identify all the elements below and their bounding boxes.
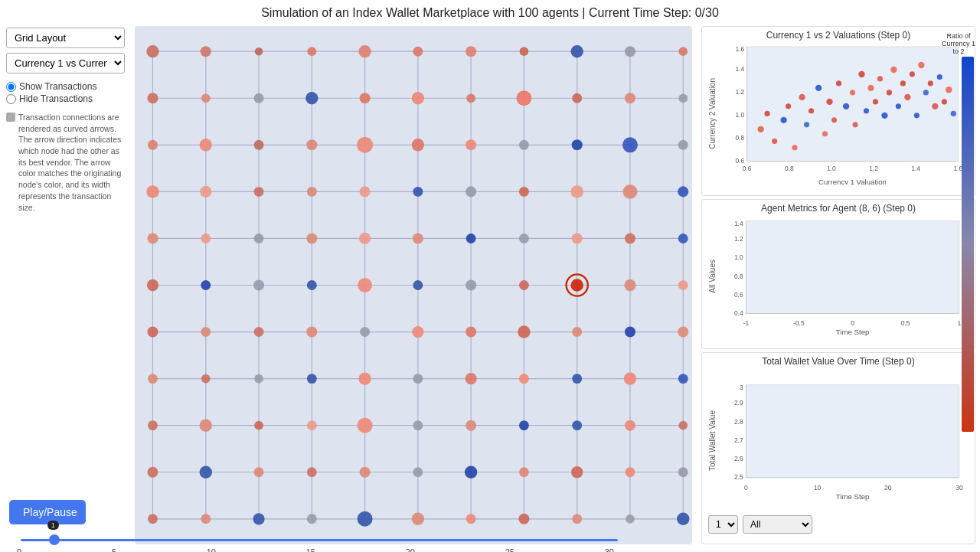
svg-point-101: [201, 374, 211, 384]
svg-point-143: [677, 513, 689, 525]
svg-point-93: [360, 327, 370, 337]
svg-point-48: [357, 137, 373, 153]
svg-point-59: [360, 186, 371, 197]
svg-point-36: [305, 92, 318, 104]
currency-dropdown[interactable]: Currency 1 vs Currency 2 Currency 1 vs C…: [6, 53, 125, 73]
grid-area: [130, 23, 697, 547]
show-transactions-radio[interactable]: Show Transactions: [6, 81, 124, 92]
chart3-dropdowns: 1 2 3 All Currency 1 Currency 2: [708, 515, 969, 534]
svg-point-32: [678, 47, 688, 56]
svg-point-170: [826, 99, 832, 105]
svg-text:1.0: 1.0: [735, 111, 744, 119]
svg-point-88: [678, 280, 688, 290]
svg-point-47: [306, 139, 317, 150]
svg-text:-0.5: -0.5: [793, 319, 805, 327]
svg-text:0.6: 0.6: [743, 165, 752, 172]
svg-point-112: [200, 419, 212, 431]
svg-point-52: [572, 139, 583, 150]
color-gradient: [962, 57, 974, 432]
svg-point-102: [254, 374, 263, 384]
svg-text:2.7: 2.7: [734, 436, 743, 444]
svg-rect-198: [746, 220, 959, 313]
svg-point-66: [147, 233, 158, 243]
svg-point-56: [200, 186, 211, 198]
tick-25: 25: [505, 547, 514, 552]
svg-point-63: [570, 185, 583, 198]
svg-point-115: [358, 418, 373, 433]
info-text-block: Transaction connections are rendered as …: [6, 112, 124, 213]
svg-point-169: [822, 131, 828, 136]
play-pause-button[interactable]: Play/Pause: [9, 500, 86, 524]
svg-point-68: [254, 234, 264, 243]
svg-point-109: [624, 372, 636, 384]
svg-point-106: [466, 373, 477, 384]
svg-point-195: [946, 87, 952, 93]
timeline: 1 0 5 10 15 20 25 30: [13, 534, 610, 552]
hide-transactions-input[interactable]: [6, 94, 16, 104]
svg-point-76: [678, 234, 688, 243]
svg-text:-1: -1: [743, 319, 750, 327]
svg-point-60: [413, 187, 423, 197]
slider-container[interactable]: 1: [13, 534, 610, 547]
hide-transactions-radio[interactable]: Hide Transactions: [6, 93, 124, 104]
info-icon: [6, 113, 15, 122]
svg-point-34: [201, 93, 211, 103]
svg-point-29: [520, 47, 529, 56]
svg-point-69: [306, 233, 317, 243]
svg-point-40: [516, 90, 531, 106]
chart1-title: Currency 1 vs 2 Valuations (Step 0): [708, 30, 969, 41]
svg-point-82: [413, 280, 423, 290]
svg-point-44: [148, 140, 158, 150]
svg-point-71: [413, 233, 423, 243]
svg-point-119: [572, 420, 582, 430]
svg-point-114: [307, 420, 317, 430]
svg-point-51: [519, 140, 529, 150]
svg-point-175: [852, 122, 858, 127]
svg-point-27: [413, 47, 423, 57]
svg-text:Time Step: Time Step: [836, 492, 870, 501]
svg-point-165: [799, 94, 805, 100]
tick-5: 5: [112, 547, 116, 552]
svg-point-78: [201, 280, 211, 290]
svg-text:1.4: 1.4: [735, 65, 744, 73]
tick-labels: 0 5 10 15 20 25 30: [17, 547, 614, 552]
svg-point-131: [626, 467, 635, 477]
svg-point-108: [572, 374, 582, 384]
svg-point-42: [625, 93, 635, 103]
step-badge: 1: [47, 521, 59, 530]
chart3-title: Total Wallet Value Over Time (Step 0): [708, 356, 969, 367]
svg-point-190: [923, 90, 929, 95]
svg-point-33: [147, 93, 158, 103]
chart2-title: Agent Metrics for Agent (8, 6) (Step 0): [708, 203, 969, 214]
sidebar: Grid Layout Circle Layout Random Layout …: [0, 23, 130, 547]
svg-point-196: [951, 111, 956, 116]
svg-point-181: [881, 113, 887, 119]
svg-point-163: [786, 103, 791, 109]
right-panel: Currency 1 vs 2 Valuations (Step 0) Curr…: [697, 23, 980, 547]
svg-point-84: [519, 280, 529, 290]
grid-canvas[interactable]: [135, 26, 692, 544]
chart3-dropdown1[interactable]: 1 2 3: [708, 515, 738, 534]
svg-point-173: [843, 103, 849, 109]
slider-handle[interactable]: 1: [49, 534, 60, 545]
svg-point-75: [625, 233, 635, 243]
svg-point-191: [928, 80, 933, 86]
colorbar-title: Ratio of Currency 1 to 2: [939, 32, 978, 55]
show-transactions-input[interactable]: [6, 82, 16, 92]
svg-text:1.2: 1.2: [735, 88, 744, 96]
svg-text:0.6: 0.6: [735, 157, 744, 165]
svg-point-87: [624, 279, 635, 291]
svg-point-105: [413, 374, 423, 384]
tick-0: 0: [17, 547, 21, 552]
chart3-dropdown2[interactable]: All Currency 1 Currency 2: [743, 515, 812, 534]
svg-point-186: [904, 94, 910, 100]
svg-point-50: [466, 139, 476, 150]
svg-point-49: [412, 139, 424, 151]
svg-point-31: [625, 46, 635, 57]
svg-text:1.2: 1.2: [869, 165, 878, 172]
svg-point-80: [307, 280, 317, 290]
svg-point-189: [918, 62, 924, 68]
svg-point-107: [519, 374, 529, 384]
layout-dropdown[interactable]: Grid Layout Circle Layout Random Layout: [6, 28, 125, 48]
svg-point-123: [200, 466, 212, 479]
